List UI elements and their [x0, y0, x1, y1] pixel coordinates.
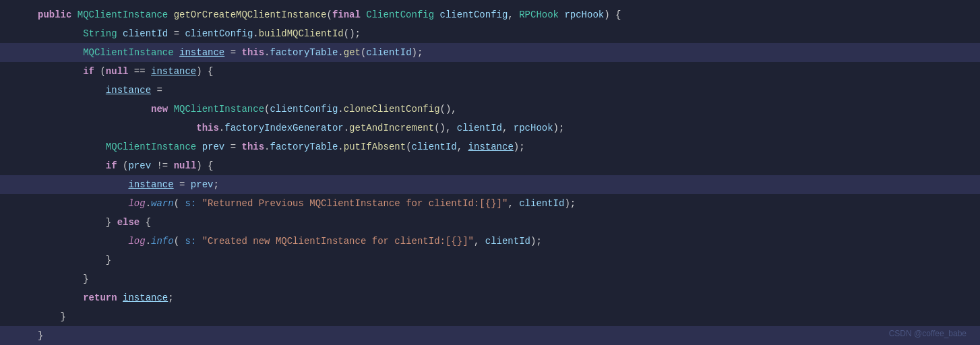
code-token: s: [185, 198, 196, 209]
code-token: . [338, 104, 343, 115]
code-token: (), [434, 123, 457, 133]
code-token: (); [344, 28, 361, 39]
code-token [38, 142, 106, 152]
code-token: ( [174, 236, 185, 247]
code-token: clientId [457, 123, 502, 133]
code-token: ClientConfig [366, 9, 439, 20]
code-token: ) { [196, 160, 213, 171]
code-token: ) { [604, 9, 621, 20]
code-token: instance [468, 142, 514, 152]
code-line: public MQClientInstance getOrCreateMQCli… [0, 5, 980, 24]
code-token: = [174, 179, 191, 190]
line-content: public MQClientInstance getOrCreateMQCli… [27, 5, 980, 24]
code-token: buildMQClientId [259, 28, 344, 39]
code-token: info [151, 236, 174, 247]
code-token: instance [179, 47, 224, 58]
code-token [196, 198, 202, 209]
code-token: ); [412, 47, 423, 58]
code-token: clientId [485, 236, 530, 247]
code-token: ( [326, 9, 332, 20]
line-content: this.factoryIndexGenerator.getAndIncreme… [27, 119, 980, 137]
code-line: } [0, 307, 980, 326]
code-token: String [83, 28, 123, 39]
code-token: new [151, 104, 174, 115]
line-content: } [27, 270, 980, 288]
code-token: . [219, 123, 224, 133]
code-token: log [128, 236, 145, 247]
code-token: clientConfig [270, 104, 338, 115]
code-token: . [146, 236, 151, 247]
code-line: instance = [0, 81, 980, 100]
code-token: = [224, 47, 241, 58]
code-token: if [106, 160, 123, 171]
code-token: instance [151, 66, 196, 77]
code-token: MQClientInstance [174, 104, 264, 115]
code-token: rpcHook [514, 123, 553, 133]
code-token: rpcHook [564, 9, 604, 20]
code-token: factoryTable [270, 47, 338, 58]
code-line: } else { [0, 213, 980, 232]
code-token: . [344, 123, 349, 133]
code-token [38, 160, 106, 171]
code-token: prev [191, 179, 214, 190]
line-content: } [27, 326, 980, 345]
code-token: clientConfig [185, 28, 253, 39]
code-line: MQClientInstance instance = this.factory… [0, 43, 980, 62]
code-token [38, 47, 83, 58]
code-line: } [0, 270, 980, 288]
code-token: ); [553, 123, 565, 133]
line-content: instance = [27, 81, 980, 100]
code-token: , [508, 198, 519, 209]
code-token: . [146, 198, 151, 209]
code-token [38, 292, 83, 303]
code-token: , [502, 123, 514, 133]
code-token: = [168, 28, 185, 39]
watermark: CSDN @coffee_babe [889, 329, 967, 338]
code-token: ); [514, 142, 525, 152]
code-token: factoryTable [270, 142, 338, 152]
code-token: { [140, 217, 151, 228]
code-token: } [38, 330, 43, 341]
code-token: prev [202, 142, 225, 152]
code-token: . [264, 47, 270, 58]
code-line: if (prev != null) { [0, 156, 980, 175]
line-content: log.info( s: "Created new MQClientInstan… [27, 232, 980, 251]
code-token: . [253, 28, 258, 39]
code-line: } [0, 326, 980, 345]
code-token [38, 123, 196, 133]
code-lines: public MQClientInstance getOrCreateMQCli… [0, 5, 980, 345]
line-content: } [27, 307, 980, 326]
line-content: MQClientInstance instance = this.factory… [27, 43, 980, 62]
code-token [38, 66, 83, 77]
code-token: clientId [366, 47, 411, 58]
code-token [196, 236, 202, 247]
code-token: ; [213, 179, 218, 190]
code-token: ( [174, 198, 185, 209]
line-content: String clientId = clientConfig.buildMQCl… [27, 24, 980, 43]
code-token [38, 179, 128, 190]
code-token: get [344, 47, 361, 58]
code-viewer: public MQClientInstance getOrCreateMQCli… [0, 0, 980, 345]
code-token: ( [406, 142, 411, 152]
code-token: . [338, 142, 343, 152]
code-token: "Returned Previous MQClientInstance for … [202, 198, 508, 209]
code-token [38, 28, 83, 39]
code-token: } [38, 217, 117, 228]
code-token: clientId [519, 198, 564, 209]
code-token: getOrCreateMQClientInstance [174, 9, 327, 20]
code-token: putIfAbsent [344, 142, 406, 152]
code-token: , [457, 142, 468, 152]
code-line: } [0, 251, 980, 270]
code-token: this [196, 123, 219, 133]
code-token: final [332, 9, 366, 20]
code-line: MQClientInstance prev = this.factoryTabl… [0, 137, 980, 156]
code-token: MQClientInstance [83, 47, 179, 58]
code-token: ); [564, 198, 576, 209]
line-content: instance = prev; [27, 175, 980, 194]
code-token: clientId [123, 28, 168, 39]
code-token: (), [440, 104, 457, 115]
code-line: if (null == instance) { [0, 62, 980, 81]
code-token: this [241, 142, 264, 152]
line-content: return instance; [27, 288, 980, 307]
code-token [38, 236, 128, 247]
